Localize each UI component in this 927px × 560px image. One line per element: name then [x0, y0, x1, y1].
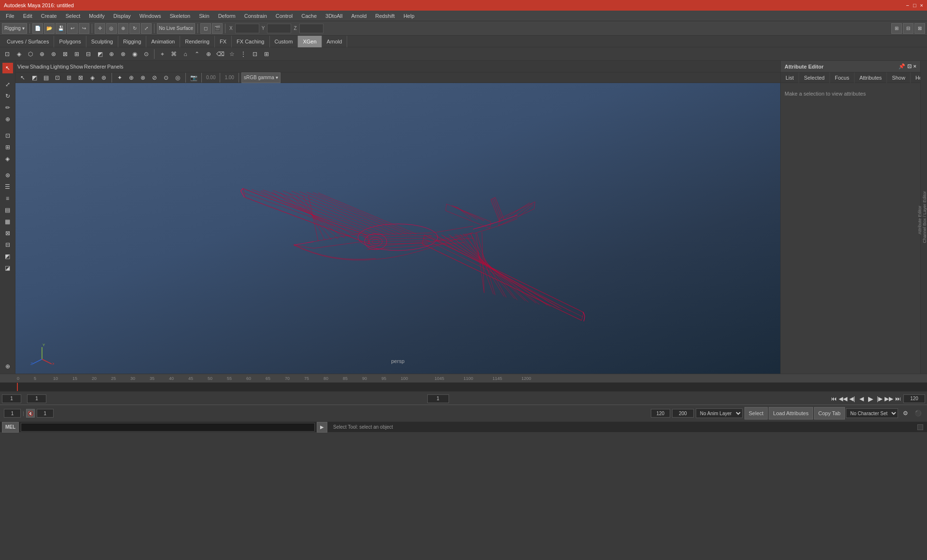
copy-tab-btn[interactable]: Copy Tab	[814, 407, 845, 420]
menu-redshift[interactable]: Redshift	[371, 12, 398, 20]
menu-deform[interactable]: Deform	[214, 12, 239, 20]
tool-icon-1[interactable]: ⊡	[2, 49, 13, 59]
minimize-btn[interactable]: −	[906, 2, 909, 8]
play-forward-btn[interactable]: ▶	[866, 394, 875, 403]
left-tool-1[interactable]: ⤢	[2, 79, 13, 90]
tool-icon-2[interactable]: ◈	[14, 49, 24, 59]
left-tool-8[interactable]: ⊛	[2, 170, 13, 181]
attr-tab-selected[interactable]: Selected	[799, 72, 830, 83]
color-space-dropdown[interactable]: sRGB gamma ▾	[241, 72, 281, 83]
range-start-input[interactable]	[27, 394, 46, 403]
menu-create[interactable]: Create	[37, 12, 61, 20]
tool-icon-23[interactable]: ⊞	[261, 49, 272, 59]
tool-icon-12[interactable]: ◉	[129, 49, 140, 59]
tool-icon-14[interactable]: ⌖	[157, 49, 168, 59]
vp-tool-5[interactable]: ⊞	[64, 72, 74, 83]
left-tool-15[interactable]: ◩	[2, 251, 13, 262]
coord-z-input[interactable]	[299, 24, 323, 33]
go-to-end-btn[interactable]: ⏭	[894, 394, 902, 403]
render-btn[interactable]: 🎬	[212, 23, 223, 34]
vp-tool-12[interactable]: ⊘	[149, 72, 160, 83]
tool-icon-7[interactable]: ⊞	[71, 49, 82, 59]
attr-close-btn[interactable]: ×	[913, 63, 916, 70]
left-tool-bottom[interactable]: ⊕	[2, 361, 13, 372]
attr-tab-show[interactable]: Show	[887, 72, 911, 83]
menu-constrain[interactable]: Constrain	[240, 12, 271, 20]
vp-tool-6[interactable]: ⊠	[75, 72, 86, 83]
tool-icon-8[interactable]: ⊟	[83, 49, 94, 59]
menu-skeleton[interactable]: Skeleton	[166, 12, 194, 20]
vp-tool-11[interactable]: ⊗	[138, 72, 148, 83]
panels-menu[interactable]: Panels	[107, 64, 124, 70]
tab-polygons[interactable]: Polygons	[54, 36, 86, 47]
renderer-menu[interactable]: Renderer	[84, 64, 106, 70]
tool-icon-19[interactable]: ⌫	[215, 49, 225, 59]
vp-tool-4[interactable]: ⊡	[52, 72, 63, 83]
current-frame-input[interactable]	[2, 394, 21, 403]
left-tool-11[interactable]: ▤	[2, 205, 13, 215]
vp-tool-3[interactable]: ▤	[41, 72, 51, 83]
vp-tool-1[interactable]: ↖	[17, 72, 28, 83]
attr-float-btn[interactable]: ⊡	[907, 63, 912, 70]
menu-windows[interactable]: Windows	[136, 12, 165, 20]
vp-tool-13[interactable]: ⊙	[161, 72, 171, 83]
mel-btn[interactable]: MEL	[2, 422, 19, 433]
save-scene-btn[interactable]: 💾	[56, 23, 66, 34]
prev-key-btn[interactable]: ◀◀	[839, 394, 847, 403]
tool-icon-20[interactable]: ☆	[226, 49, 237, 59]
timeline-ruler[interactable]: 0 5 10 15 20 25 30 35 40 45 50 55 60 65 …	[0, 374, 927, 383]
attr-editor-strip[interactable]: Attribute Editor	[917, 206, 922, 235]
left-tool-5[interactable]: ⊡	[2, 130, 13, 141]
center-frame-input[interactable]	[427, 394, 449, 403]
tool-icon-15[interactable]: ⌘	[169, 49, 179, 59]
menu-arnold[interactable]: Arnold	[348, 12, 371, 20]
move-tool-btn[interactable]: ⊕	[118, 23, 128, 34]
tool-icon-5[interactable]: ⊛	[48, 49, 59, 59]
left-tool-4[interactable]: ⊕	[2, 114, 13, 125]
lasso-tool-btn[interactable]: ◎	[106, 23, 117, 34]
close-btn[interactable]: ×	[920, 2, 923, 8]
select-tool-btn[interactable]: ✛	[95, 23, 105, 34]
mute-btn[interactable]: 🔇	[26, 409, 35, 418]
channel-box-strip[interactable]: Channel Box / Layer Editor	[922, 191, 927, 243]
menu-file[interactable]: File	[2, 12, 18, 20]
range-end-input[interactable]	[903, 394, 925, 403]
play-back-btn[interactable]: ◀	[857, 394, 866, 403]
tool-icon-10[interactable]: ⊕	[106, 49, 117, 59]
3d-viewport[interactable]: persp Y X Z	[15, 83, 780, 374]
vp-tool-7[interactable]: ◈	[87, 72, 98, 83]
tool-icon-4[interactable]: ⊕	[37, 49, 47, 59]
menu-skin[interactable]: Skin	[195, 12, 213, 20]
anim-layer-dropdown[interactable]: No Anim Layer	[696, 408, 743, 418]
menu-modify[interactable]: Modify	[85, 12, 108, 20]
tab-animation[interactable]: Animation	[146, 36, 180, 47]
menu-edit[interactable]: Edit	[19, 12, 36, 20]
tab-sculpting[interactable]: Sculpting	[86, 36, 118, 47]
max-frame-input[interactable]	[651, 409, 670, 418]
left-tool-3[interactable]: ✏	[2, 102, 13, 113]
next-key-btn[interactable]: ▶▶	[885, 394, 893, 403]
layout-btn-3[interactable]: ⊠	[914, 23, 925, 34]
vp-tool-8[interactable]: ⊛	[98, 72, 109, 83]
select-btn[interactable]: Select	[744, 407, 768, 420]
shading-menu[interactable]: Shading	[30, 64, 49, 70]
vp-tool-14[interactable]: ◎	[172, 72, 183, 83]
tool-icon-3[interactable]: ⬡	[25, 49, 36, 59]
command-submit-btn[interactable]: ▶	[317, 422, 327, 433]
character-set-dropdown[interactable]: No Character Set	[846, 408, 898, 418]
timeline-track[interactable]	[0, 383, 927, 392]
left-tool-9[interactable]: ☰	[2, 182, 13, 192]
menu-cache[interactable]: Cache	[297, 12, 321, 20]
tool-icon-17[interactable]: ⌃	[192, 49, 202, 59]
tab-rigging[interactable]: Rigging	[118, 36, 146, 47]
maximize-btn[interactable]: □	[913, 2, 916, 8]
vp-tool-9[interactable]: ✦	[114, 72, 125, 83]
rotate-tool-btn[interactable]: ↻	[129, 23, 140, 34]
open-scene-btn[interactable]: 📂	[44, 23, 55, 34]
go-to-start-btn[interactable]: ⏮	[829, 394, 838, 403]
menu-select[interactable]: Select	[62, 12, 84, 20]
select-tool-icon[interactable]: ↖	[2, 63, 13, 73]
layout-btn-2[interactable]: ⊟	[903, 23, 913, 34]
auto-key-btn[interactable]: ⚫	[913, 408, 923, 419]
left-tool-14[interactable]: ⊟	[2, 239, 13, 250]
